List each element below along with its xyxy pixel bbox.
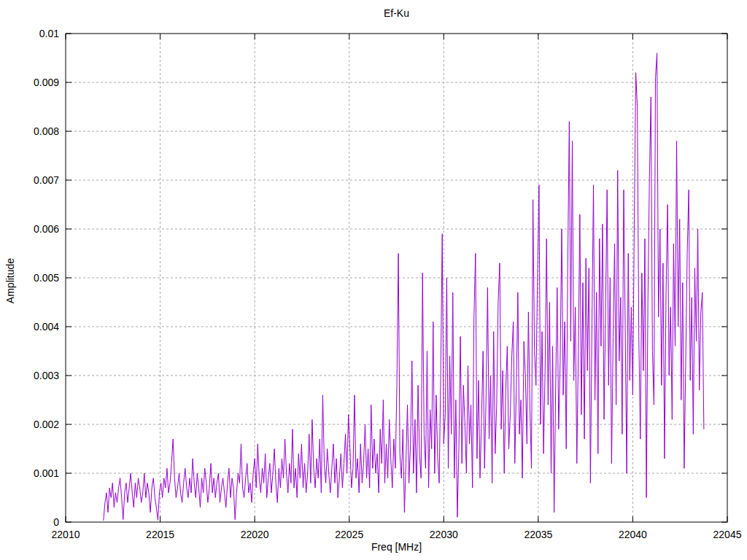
y-tick-label: 0.005 <box>34 272 59 284</box>
y-tick-label: 0.006 <box>34 223 59 235</box>
x-tick-label: 22035 <box>524 529 552 540</box>
y-tick-label: 0.008 <box>34 125 59 137</box>
x-tick-label: 22010 <box>52 529 80 540</box>
y-tick-label: 0.001 <box>34 467 59 479</box>
x-tick-label: 22030 <box>430 529 458 540</box>
data-line-ef-ku <box>104 53 704 521</box>
x-tick-label: 22020 <box>241 529 269 540</box>
y-tick-label: 0 <box>53 516 59 528</box>
y-tick-label: 0.004 <box>34 321 59 332</box>
x-tick-label: 22045 <box>713 529 742 540</box>
x-tick-label: 22040 <box>619 529 647 540</box>
chart-ef-ku: Ef-Ku Amplitude Freq [MHz] 2201022015220… <box>0 0 747 560</box>
y-tick-label: 0.007 <box>34 174 59 186</box>
plot-area: 2201022015220202202522030220352204022045… <box>0 0 747 560</box>
y-tick-label: 0.009 <box>34 77 59 88</box>
y-tick-label: 0.01 <box>39 28 59 39</box>
x-tick-label: 22025 <box>335 529 363 540</box>
y-tick-label: 0.003 <box>34 370 59 381</box>
x-tick-label: 22015 <box>146 529 174 540</box>
y-tick-label: 0.002 <box>34 419 59 430</box>
